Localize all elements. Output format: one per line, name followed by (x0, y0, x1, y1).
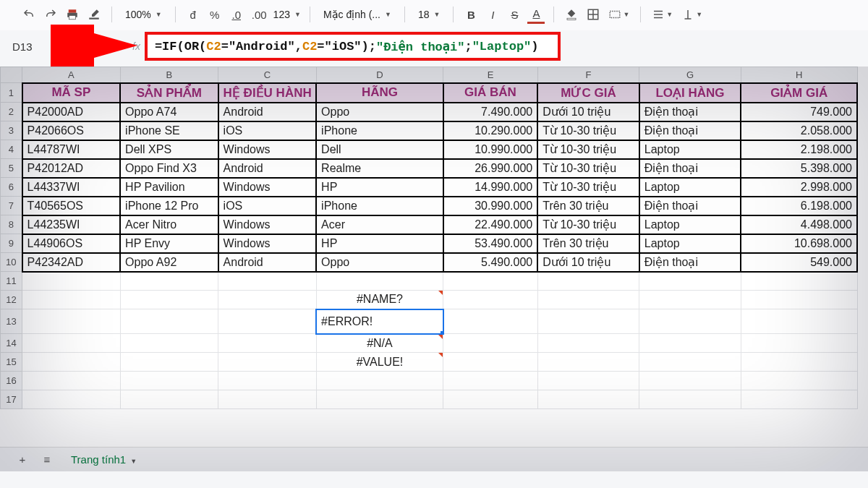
cell[interactable] (316, 372, 443, 390)
all-sheets-button[interactable]: ≡ (39, 453, 55, 466)
cell[interactable]: Từ 10-30 triệu (537, 215, 639, 234)
cell[interactable]: Dell XPS (120, 140, 218, 159)
cell[interactable] (120, 272, 218, 291)
cell[interactable] (120, 390, 218, 409)
borders-button[interactable] (584, 5, 602, 24)
cell[interactable] (120, 353, 218, 372)
cell[interactable] (218, 353, 317, 372)
cell[interactable]: iPhone 12 Pro (120, 197, 218, 215)
cell[interactable]: P42000AD (22, 103, 121, 121)
cell[interactable]: P42342AD (22, 253, 121, 272)
add-sheet-button[interactable]: + (14, 453, 30, 466)
cell[interactable]: Laptop (639, 140, 741, 159)
cell[interactable] (218, 390, 317, 409)
cell[interactable] (443, 353, 537, 372)
cell[interactable]: 4.498.000 (741, 215, 857, 234)
cell[interactable] (22, 353, 121, 372)
cell[interactable] (741, 390, 857, 409)
cell[interactable]: Android (218, 103, 317, 121)
cell[interactable] (316, 390, 443, 409)
column-header[interactable]: G (639, 67, 741, 83)
row-header[interactable]: 4 (1, 140, 22, 159)
cell[interactable] (639, 390, 741, 409)
cell[interactable] (120, 309, 218, 334)
cell[interactable] (741, 309, 857, 334)
strikethrough-button[interactable]: S (506, 5, 523, 24)
cell[interactable]: iPhone (316, 197, 443, 215)
row-header[interactable]: 6 (1, 178, 22, 197)
cell[interactable] (443, 372, 537, 390)
undo-icon[interactable] (20, 5, 38, 24)
row-header[interactable]: 15 (1, 353, 22, 372)
cell[interactable]: 5.398.000 (741, 159, 857, 178)
cell[interactable] (443, 390, 537, 409)
cell[interactable]: HP (316, 178, 443, 197)
cell[interactable] (218, 334, 317, 353)
cell[interactable]: Trên 30 triệu (537, 197, 639, 215)
cell[interactable]: 6.198.000 (741, 197, 857, 215)
cell[interactable] (443, 272, 537, 291)
cell[interactable] (120, 372, 218, 390)
font-size-select[interactable]: 18 ▼ (414, 9, 445, 20)
cell[interactable]: 14.990.000 (443, 178, 537, 197)
cell[interactable] (22, 334, 121, 353)
spreadsheet-grid[interactable]: A B C D E F G H 1 MÃ SP SẢN PHẨM HỆ ĐIỀU… (0, 67, 858, 409)
vertical-align-button[interactable]: ▼ (679, 5, 705, 24)
decrease-decimal-button[interactable]: .0 (228, 5, 245, 24)
column-header[interactable]: E (443, 67, 537, 83)
cell[interactable]: L44337WI (22, 178, 121, 197)
row-header[interactable]: 16 (1, 372, 22, 390)
cell[interactable] (537, 353, 639, 372)
cell[interactable]: P42066OS (22, 121, 121, 140)
number-format-menu[interactable]: 123 ▼ (273, 9, 301, 20)
cell[interactable]: P42012AD (22, 159, 121, 178)
row-header[interactable]: 3 (1, 121, 22, 140)
cell[interactable]: Từ 10-30 triệu (537, 159, 639, 178)
header-cell[interactable]: GIẢM GIÁ (741, 83, 857, 103)
cell[interactable] (639, 372, 741, 390)
row-header[interactable]: 12 (1, 291, 22, 309)
cell[interactable] (741, 372, 857, 390)
cell[interactable]: iOS (218, 121, 317, 140)
cell[interactable]: Từ 10-30 triệu (537, 121, 639, 140)
cell[interactable] (639, 309, 741, 334)
cell[interactable]: 22.490.000 (443, 215, 537, 234)
cell[interactable]: L44787WI (22, 140, 121, 159)
cell[interactable]: HP (316, 234, 443, 253)
column-header[interactable]: D (316, 67, 443, 83)
cell[interactable]: Acer (316, 215, 443, 234)
cell[interactable]: 30.990.000 (443, 197, 537, 215)
paint-format-icon[interactable] (85, 5, 103, 24)
cell[interactable]: Windows (218, 178, 317, 197)
column-header[interactable]: B (120, 67, 218, 83)
cell[interactable]: Từ 10-30 triệu (537, 140, 639, 159)
cell[interactable]: Dưới 10 triệu (537, 253, 639, 272)
row-header[interactable]: 17 (1, 390, 22, 409)
sheet-tab[interactable]: Trang tính1 ▼ (64, 450, 144, 468)
font-select[interactable]: Mặc định (... ▼ (319, 9, 396, 20)
cell[interactable] (741, 272, 857, 291)
cell[interactable] (741, 291, 857, 309)
cell[interactable] (741, 353, 857, 372)
cell[interactable] (639, 334, 741, 353)
column-header[interactable]: F (537, 67, 639, 83)
header-cell[interactable]: SẢN PHẨM (120, 83, 218, 103)
cell[interactable]: 5.490.000 (443, 253, 537, 272)
cell[interactable] (537, 272, 639, 291)
text-color-button[interactable]: A (527, 5, 545, 24)
row-header[interactable]: 13 (1, 309, 22, 334)
cell[interactable] (316, 272, 443, 291)
merge-cells-button[interactable]: ▼ (606, 5, 631, 24)
cell[interactable]: Laptop (639, 178, 741, 197)
cell[interactable]: Dưới 10 triệu (537, 103, 639, 121)
cell[interactable] (741, 334, 857, 353)
cell[interactable]: iPhone (316, 121, 443, 140)
column-header[interactable]: A (22, 67, 121, 83)
cell[interactable]: Trên 30 triệu (537, 234, 639, 253)
header-cell[interactable]: HÃNG (316, 83, 443, 103)
currency-format-button[interactable]: đ (184, 5, 202, 24)
fill-color-button[interactable] (563, 5, 580, 24)
cell[interactable] (22, 272, 121, 291)
cell[interactable]: 2.198.000 (741, 140, 857, 159)
cell[interactable] (639, 272, 741, 291)
